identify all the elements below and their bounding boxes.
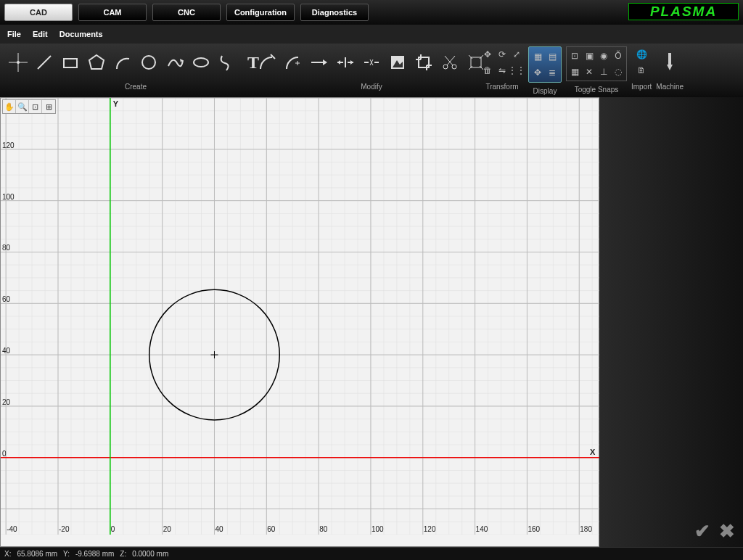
fillet-tool-icon[interactable]	[280, 49, 306, 75]
snap-end-icon[interactable]: ⊡	[567, 49, 582, 63]
crop-tool-icon[interactable]	[411, 49, 437, 75]
menu-documents[interactable]: Documents	[59, 30, 103, 38]
status-z-value: 0.0000 mm	[132, 550, 168, 558]
status-y-value: -9.6988 mm	[75, 550, 114, 558]
svg-line-3	[38, 56, 51, 69]
view-tools: ✋ 🔍 ⊡ ⊞	[2, 99, 56, 114]
rectangle-tool-icon[interactable]	[57, 49, 83, 75]
svg-rect-39	[668, 53, 671, 65]
snap-perp-icon[interactable]: ⊥	[596, 65, 611, 79]
ellipse-tool-icon[interactable]	[188, 49, 214, 75]
tab-cnc[interactable]: CNC	[152, 4, 221, 21]
line-tool-icon[interactable]	[31, 49, 57, 75]
svg-marker-5	[89, 55, 104, 69]
circle-tool-icon[interactable]	[136, 49, 162, 75]
extend-tool-icon[interactable]	[254, 49, 280, 75]
svg-point-8	[194, 58, 208, 67]
svg-rect-4	[64, 59, 77, 67]
display-move-icon[interactable]: ✥	[530, 65, 545, 80]
create-group-label: Create	[125, 83, 147, 93]
point-tool-icon[interactable]	[5, 49, 31, 75]
snap-tan-icon[interactable]: Ŏ	[611, 49, 625, 63]
cancel-icon[interactable]: ✖	[717, 521, 737, 541]
svg-marker-13	[323, 59, 327, 65]
arc-tool-icon[interactable]	[110, 49, 136, 75]
curve-tool-icon[interactable]	[162, 49, 188, 75]
menu-edit[interactable]: Edit	[33, 30, 48, 38]
status-y-label: Y:	[63, 550, 70, 558]
snap-near-icon[interactable]: ◌	[611, 65, 625, 79]
menu-file[interactable]: File	[7, 30, 21, 38]
toolbar: T Create Modify ✥	[0, 44, 743, 97]
zoom-extents-icon[interactable]: ⊞	[42, 100, 55, 113]
snaps-group-label: Toggle Snaps	[575, 86, 619, 96]
import-group-label: Import	[631, 83, 652, 93]
trim-tool-icon[interactable]	[332, 49, 358, 75]
transform-delete-icon[interactable]: 🗑	[480, 63, 495, 78]
transform-rotate-icon[interactable]: ⟳	[495, 47, 509, 62]
confirm-icon[interactable]: ✔	[692, 521, 713, 541]
snap-center-icon[interactable]: ◉	[596, 49, 611, 63]
tab-cam[interactable]: CAM	[78, 4, 147, 21]
break-tool-icon[interactable]	[358, 49, 385, 75]
menu-bar: File Edit Documents	[0, 25, 743, 44]
main-tabbar: CAD CAM CNC Configuration Diagnostics PL…	[0, 0, 743, 25]
svg-marker-17	[337, 60, 340, 65]
display-group-label: Display	[533, 87, 557, 97]
snap-mid-icon[interactable]: ▣	[582, 49, 596, 63]
status-bar: X: 65.8086 mm Y: -9.6988 mm Z: 0.0000 mm	[0, 547, 743, 560]
display-fit-icon[interactable]: ▤	[545, 49, 559, 64]
transform-move-icon[interactable]: ✥	[480, 47, 495, 62]
display-grid-icon[interactable]: ▦	[530, 49, 545, 64]
transform-group-label: Transform	[485, 83, 518, 93]
tab-diagnostics[interactable]: Diagnostics	[300, 4, 369, 21]
import-web-icon[interactable]: 🌐	[634, 47, 649, 62]
transform-array-icon[interactable]: ⋮⋮	[509, 63, 524, 78]
status-z-label: Z:	[120, 550, 126, 558]
status-x-label: X:	[4, 550, 11, 558]
polygon-tool-icon[interactable]	[83, 49, 110, 75]
machine-tool-icon[interactable]	[657, 49, 683, 75]
transform-mirror-icon[interactable]: ⇋	[495, 63, 509, 78]
svg-marker-40	[667, 65, 673, 70]
svg-line-32	[447, 56, 455, 65]
cut-tool-icon[interactable]	[437, 49, 463, 75]
image-tool-icon[interactable]	[385, 49, 411, 75]
svg-line-9	[271, 54, 275, 59]
offset-tool-icon[interactable]	[306, 49, 332, 75]
zoom-in-icon[interactable]: 🔍	[16, 100, 29, 113]
svg-point-2	[17, 61, 20, 64]
snap-grid-icon[interactable]: ▦	[567, 65, 582, 79]
display-layers-icon[interactable]: ≣	[545, 65, 559, 80]
import-file-icon[interactable]: 🗎	[634, 63, 649, 78]
svg-rect-34	[471, 57, 481, 67]
workspace: ✋ 🔍 ⊡ ⊞ ✔ ✖	[0, 97, 743, 547]
status-x-value: 65.8086 mm	[17, 550, 57, 558]
drawing-canvas[interactable]: ✋ 🔍 ⊡ ⊞	[0, 97, 599, 547]
pan-icon[interactable]: ✋	[3, 100, 16, 113]
snap-int-icon[interactable]: ✕	[582, 65, 596, 79]
spline-tool-icon[interactable]	[214, 49, 240, 75]
zoom-window-icon[interactable]: ⊡	[29, 100, 42, 113]
svg-line-33	[445, 56, 453, 65]
modify-group-label: Modify	[361, 83, 382, 93]
machine-group-label: Machine	[656, 83, 684, 93]
brand-logo: PLASMA	[628, 3, 739, 20]
svg-point-6	[142, 56, 155, 69]
tab-cad[interactable]: CAD	[4, 4, 73, 21]
transform-scale-icon[interactable]: ⤢	[509, 47, 524, 62]
tab-configuration[interactable]: Configuration	[226, 4, 295, 21]
side-panel: ✔ ✖	[599, 97, 743, 547]
svg-marker-18	[350, 60, 353, 65]
